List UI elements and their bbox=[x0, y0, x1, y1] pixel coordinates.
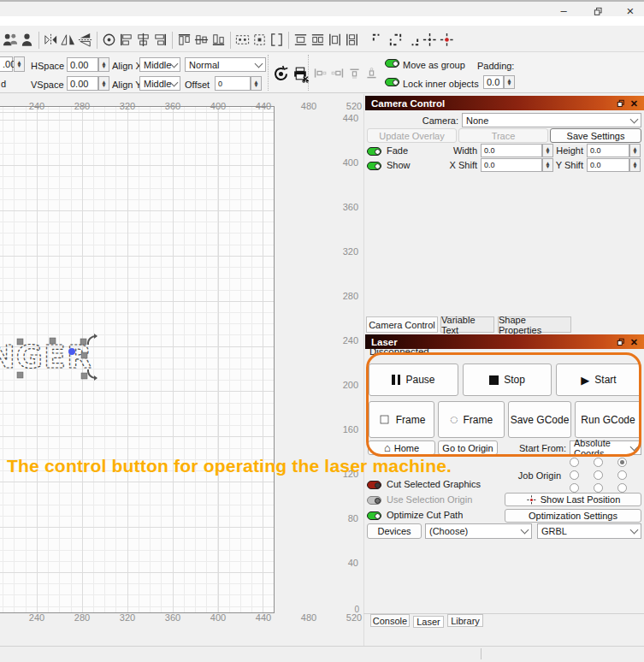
tab-shape-properties[interactable]: Shape Properties bbox=[498, 316, 571, 333]
hspace-spinner[interactable]: ▲▼ bbox=[98, 57, 109, 72]
flip-horizontal-icon[interactable] bbox=[43, 32, 59, 48]
push-up-icon[interactable] bbox=[364, 66, 379, 80]
frame-corners-icon[interactable] bbox=[387, 32, 404, 48]
offset-field[interactable]: 0 bbox=[215, 76, 251, 91]
align-right-icon[interactable] bbox=[152, 32, 168, 48]
crosshair-red-icon[interactable] bbox=[439, 32, 455, 48]
align-center-horizontal-icon[interactable] bbox=[135, 32, 151, 48]
vspace-field[interactable]: 0.00 bbox=[67, 76, 98, 91]
close-panel-icon[interactable]: ✕ bbox=[630, 338, 638, 346]
align-y-label: Align Y bbox=[112, 80, 142, 90]
show-toggle[interactable] bbox=[367, 162, 381, 170]
cutoff-spinner[interactable]: ▲▼ bbox=[14, 56, 25, 72]
push-down-icon[interactable] bbox=[347, 66, 362, 80]
mirror-vertical-icon[interactable] bbox=[77, 32, 93, 48]
optimization-settings-button[interactable]: Optimization Settings bbox=[505, 509, 641, 523]
ruler-label: 440 bbox=[250, 101, 277, 111]
fade-toggle[interactable] bbox=[367, 147, 381, 156]
cutoff-field[interactable]: .00 bbox=[0, 56, 13, 72]
job-origin-radio-1-2[interactable] bbox=[617, 470, 627, 480]
push-right-icon[interactable] bbox=[330, 66, 345, 80]
job-origin-radio-0-1[interactable] bbox=[594, 458, 603, 467]
align-x-dropdown[interactable]: Middle bbox=[139, 57, 180, 72]
height-spinner[interactable]: ▲▼ bbox=[629, 144, 641, 157]
mirror-horizontal-icon[interactable] bbox=[60, 32, 76, 48]
show-last-position-button[interactable]: Show Last Position bbox=[505, 493, 641, 506]
tab-variable-text[interactable]: Variable Text bbox=[440, 316, 494, 333]
save-settings-button[interactable]: Save Settings bbox=[550, 128, 641, 143]
group-people-icon[interactable] bbox=[2, 32, 18, 48]
job-origin-radio-2-0[interactable] bbox=[570, 483, 579, 493]
node-point[interactable] bbox=[68, 348, 75, 355]
person-icon[interactable] bbox=[19, 32, 35, 48]
tab-camera-control[interactable]: Camera Control bbox=[366, 316, 438, 333]
restore-icon bbox=[594, 6, 603, 15]
device-type-dropdown[interactable]: GRBL bbox=[537, 523, 641, 539]
align-middle-icon[interactable] bbox=[193, 32, 210, 48]
lock-inner-objects-toggle[interactable] bbox=[385, 78, 399, 86]
tab-console[interactable]: Console bbox=[370, 614, 410, 627]
print-cut-icon[interactable] bbox=[292, 65, 310, 83]
selection-marquee-icon[interactable] bbox=[234, 32, 251, 48]
float-panel-icon[interactable] bbox=[617, 338, 625, 346]
x-shift-field[interactable]: 0.0 bbox=[481, 158, 542, 172]
restore-button[interactable] bbox=[588, 4, 607, 17]
job-origin-radio-1-0[interactable] bbox=[570, 470, 579, 480]
empty-bracket-icon[interactable] bbox=[269, 32, 285, 48]
width-field[interactable]: 0.0 bbox=[481, 144, 542, 157]
distribute-spacing-h-icon[interactable] bbox=[310, 32, 326, 48]
frame-corner-tl-icon[interactable] bbox=[370, 32, 387, 48]
height-field[interactable]: 0.0 bbox=[587, 144, 629, 157]
align-target-icon[interactable] bbox=[101, 32, 117, 48]
vspace-spinner[interactable]: ▲▼ bbox=[98, 76, 109, 91]
weld-mode-dropdown[interactable]: Normal bbox=[185, 57, 266, 72]
panel-divider[interactable] bbox=[363, 94, 364, 646]
job-origin-label: Job Origin bbox=[501, 470, 561, 481]
use-selection-origin-toggle[interactable] bbox=[367, 496, 381, 505]
y-shift-spinner[interactable]: ▲▼ bbox=[629, 158, 641, 172]
float-panel-icon[interactable] bbox=[617, 99, 625, 108]
y-shift-field[interactable]: 0.0 bbox=[587, 158, 629, 172]
frame-corner-br-icon[interactable] bbox=[405, 32, 421, 48]
align-bottom-icon[interactable] bbox=[210, 32, 227, 48]
x-shift-label: X Shift bbox=[432, 160, 477, 170]
update-overlay-button[interactable]: Update Overlay bbox=[367, 128, 457, 143]
camera-dropdown[interactable]: None bbox=[462, 113, 641, 127]
trace-button[interactable]: Trace bbox=[458, 128, 548, 143]
tab-library[interactable]: Library bbox=[447, 614, 483, 627]
distribute-horizontal-icon[interactable] bbox=[292, 32, 309, 48]
align-top-icon[interactable] bbox=[176, 32, 192, 48]
align-left-icon[interactable] bbox=[118, 32, 134, 48]
job-origin-radio-1-1[interactable] bbox=[594, 470, 603, 480]
push-left-icon[interactable] bbox=[313, 66, 328, 80]
distribute-spacing-v-icon[interactable] bbox=[344, 32, 360, 48]
distribute-vertical-icon[interactable] bbox=[327, 32, 343, 48]
close-panel-icon[interactable]: ✕ bbox=[630, 99, 638, 108]
padding-spinner[interactable]: ▲▼ bbox=[504, 75, 515, 89]
selected-object[interactable]: NGER bbox=[0, 322, 111, 390]
optimize-cut-path-toggle[interactable] bbox=[367, 511, 381, 520]
camera-panel-titlebar[interactable]: Camera Control ✕ bbox=[365, 96, 644, 110]
align-y-dropdown[interactable]: Middle bbox=[139, 76, 180, 91]
hspace-label: HSpace bbox=[31, 61, 64, 71]
hspace-field[interactable]: 0.00 bbox=[67, 57, 98, 72]
show-label: Show bbox=[387, 160, 411, 170]
toolbar-separator bbox=[308, 55, 309, 91]
node-edit-icon[interactable] bbox=[251, 32, 268, 48]
job-origin-radio-0-2[interactable] bbox=[617, 458, 627, 467]
job-origin-radio-2-2[interactable] bbox=[617, 483, 627, 493]
tab-laser[interactable]: Laser bbox=[413, 616, 444, 628]
job-origin-radio-2-1[interactable] bbox=[594, 483, 603, 493]
devices-button[interactable]: Devices bbox=[367, 523, 422, 539]
minimize-button[interactable]: – bbox=[554, 4, 573, 17]
move-as-group-toggle[interactable] bbox=[385, 59, 399, 68]
close-button[interactable]: × bbox=[621, 4, 640, 17]
crosshair-icon[interactable] bbox=[422, 32, 438, 48]
device-choose-dropdown[interactable]: (Choose) bbox=[425, 523, 532, 539]
cut-selected-toggle[interactable] bbox=[367, 481, 381, 489]
ruler-label: 440 bbox=[335, 113, 358, 123]
job-origin-radio-0-0[interactable] bbox=[570, 458, 579, 467]
offset-spinner[interactable]: ▲▼ bbox=[251, 76, 262, 91]
padding-field[interactable]: 0.0 bbox=[483, 75, 504, 89]
camera-refresh-icon[interactable] bbox=[272, 65, 290, 83]
